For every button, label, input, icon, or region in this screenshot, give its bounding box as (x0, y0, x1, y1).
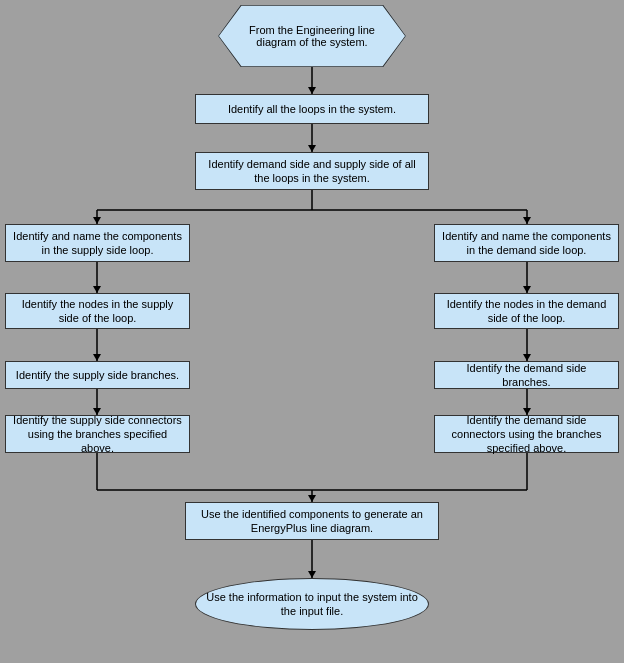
node-n3-left: Identify and name the components in the … (5, 224, 190, 262)
svg-marker-9 (523, 217, 531, 224)
start-label: From the Engineering line diagram of the… (238, 24, 386, 48)
node-n5-right: Identify the demand side branches. (434, 361, 619, 389)
node-n2: Identify demand side and supply side of … (195, 152, 429, 190)
start-node: From the Engineering line diagram of the… (218, 5, 406, 67)
svg-marker-7 (93, 217, 101, 224)
svg-marker-29 (308, 571, 316, 578)
flowchart-diagram: From the Engineering line diagram of the… (0, 0, 624, 663)
svg-marker-3 (308, 145, 316, 152)
node-n6-left: Identify the supply side connectors usin… (5, 415, 190, 453)
svg-marker-15 (93, 354, 101, 361)
node-n6-right: Identify the demand side connectors usin… (434, 415, 619, 453)
node-n4-left: Identify the nodes in the supply side of… (5, 293, 190, 329)
node-n5-left: Identify the supply side branches. (5, 361, 190, 389)
svg-marker-27 (308, 495, 316, 502)
svg-marker-13 (523, 286, 531, 293)
node-n4-right: Identify the nodes in the demand side of… (434, 293, 619, 329)
node-n1: Identify all the loops in the system. (195, 94, 429, 124)
node-end: Use the information to input the system … (195, 578, 429, 630)
svg-marker-11 (93, 286, 101, 293)
svg-marker-1 (308, 87, 316, 94)
node-n7: Use the identified components to generat… (185, 502, 439, 540)
node-n3-right: Identify and name the components in the … (434, 224, 619, 262)
